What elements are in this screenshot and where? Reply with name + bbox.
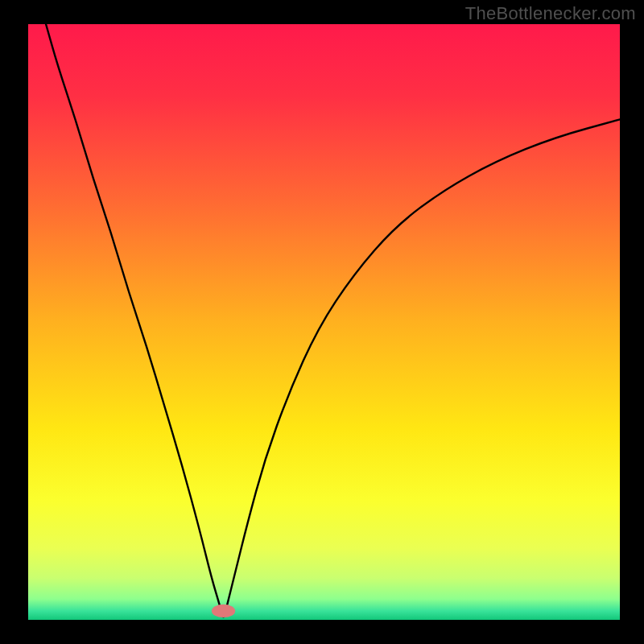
vertex-marker bbox=[212, 605, 235, 617]
watermark-text: TheBottlenecker.com bbox=[465, 3, 636, 24]
chart-stage: TheBottlenecker.com bbox=[0, 0, 644, 644]
chart-svg bbox=[0, 0, 644, 644]
